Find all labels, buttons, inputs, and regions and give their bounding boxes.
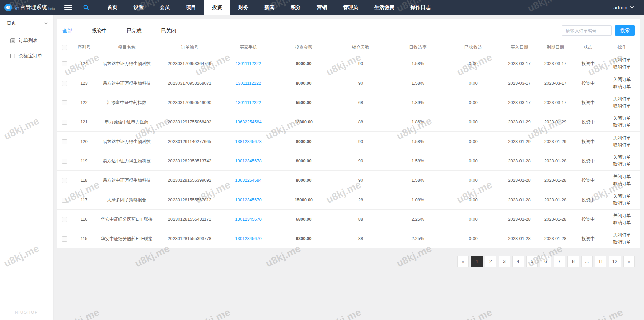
- close-order-link[interactable]: 关闭订单: [605, 115, 639, 122]
- cell-seq: 121: [72, 112, 96, 131]
- cancel-order-link[interactable]: 取消订单: [605, 200, 639, 207]
- nav-item[interactable]: 财务: [230, 0, 256, 15]
- cell-status: 投资中: [572, 73, 604, 93]
- row-checkbox[interactable]: [62, 61, 67, 66]
- cancel-order-link[interactable]: 取消订单: [605, 180, 639, 187]
- close-order-link[interactable]: 关闭订单: [605, 56, 639, 63]
- close-order-link[interactable]: 关闭订单: [605, 95, 639, 102]
- buyer-phone-link[interactable]: 13012345670: [235, 236, 262, 241]
- nav-item[interactable]: 设置: [126, 0, 152, 15]
- nav-item[interactable]: 首页: [99, 0, 126, 15]
- cell-amount: 8000.00: [275, 151, 332, 170]
- buyer-phone-link[interactable]: 13812345678: [235, 139, 262, 144]
- buyer-phone-link[interactable]: 13632254584: [235, 119, 262, 124]
- nav-item[interactable]: 积分: [283, 0, 309, 15]
- row-checkbox[interactable]: [62, 100, 67, 105]
- close-order-link[interactable]: 关闭订单: [605, 134, 639, 141]
- page-button[interactable]: 8: [567, 256, 579, 267]
- cell-project-name: 易方达中证万得生物科技: [96, 131, 158, 151]
- sidebar-item[interactable]: 余额宝订单: [0, 48, 53, 64]
- row-checkbox[interactable]: [62, 120, 67, 125]
- buyer-phone-link[interactable]: 13012345670: [235, 217, 262, 222]
- search-button[interactable]: 搜索: [615, 25, 635, 36]
- page-ellipsis[interactable]: ...: [581, 256, 593, 267]
- cell-earned: 0.00: [446, 73, 500, 93]
- table-row: 117大摩多因子策略混合2023012815555678121301234567…: [57, 190, 640, 209]
- page-button[interactable]: 6: [540, 256, 551, 267]
- nav-item[interactable]: 会员: [152, 0, 178, 15]
- select-all-checkbox[interactable]: [62, 45, 67, 50]
- buyer-phone-link[interactable]: 13632254584: [235, 178, 262, 183]
- page-button[interactable]: 5: [526, 256, 538, 267]
- close-order-link[interactable]: 关闭订单: [605, 154, 639, 161]
- main-content: 全部投资中已完成已关闭 搜索 序列号项目名称订单编号买家手机投资金额锁仓天数日收…: [53, 15, 644, 320]
- cell-status: 投资中: [572, 190, 604, 209]
- row-checkbox[interactable]: [62, 217, 67, 222]
- cancel-order-link[interactable]: 取消订单: [605, 63, 639, 70]
- order-search-input[interactable]: [562, 25, 612, 36]
- page-button[interactable]: 3: [499, 256, 510, 267]
- user-menu[interactable]: admin: [613, 0, 644, 15]
- cell-status: 投资中: [572, 229, 604, 248]
- cell-daily-rate: 2.25%: [389, 209, 446, 229]
- nav-item[interactable]: 生活缴费: [366, 0, 402, 15]
- cancel-order-link[interactable]: 取消订单: [605, 161, 639, 168]
- row-checkbox[interactable]: [62, 159, 67, 164]
- orders-table: 序列号项目名称订单编号买家手机投资金额锁仓天数日收益率已获收益买入日期到期日期状…: [57, 41, 640, 248]
- header-checkbox-cell: [57, 41, 72, 54]
- page-button[interactable]: 11: [595, 256, 607, 267]
- row-checkbox[interactable]: [62, 198, 67, 203]
- cancel-order-link[interactable]: 取消订单: [605, 122, 639, 129]
- row-checkbox[interactable]: [62, 178, 67, 183]
- page-button[interactable]: 12: [609, 256, 621, 267]
- nav-item[interactable]: 新闻: [256, 0, 283, 15]
- close-order-link[interactable]: 关闭订单: [605, 173, 639, 180]
- filter-tab[interactable]: 已关闭: [161, 28, 176, 34]
- cell-daily-rate: 2.25%: [389, 229, 446, 248]
- row-checkbox[interactable]: [62, 81, 67, 86]
- buyer-phone-link[interactable]: 13011112222: [236, 100, 261, 105]
- buyer-phone-link[interactable]: 13011112222: [236, 61, 261, 66]
- cancel-order-link[interactable]: 取消订单: [605, 141, 639, 148]
- cancel-order-link[interactable]: 取消订单: [605, 238, 639, 246]
- cell-actions: 关闭订单取消订单: [604, 131, 640, 151]
- search-icon[interactable]: [77, 0, 95, 15]
- nav-item[interactable]: 投资: [204, 0, 230, 15]
- filter-tab[interactable]: 投资中: [92, 28, 107, 34]
- nav-item[interactable]: 操作日志: [402, 0, 439, 15]
- row-checkbox[interactable]: [62, 236, 67, 242]
- cancel-order-link[interactable]: 取消订单: [605, 219, 639, 226]
- sidebar-module-select[interactable]: 首页: [0, 15, 53, 28]
- prev-page-button[interactable]: «: [457, 256, 469, 267]
- close-order-link[interactable]: 关闭订单: [605, 231, 639, 238]
- next-page-button[interactable]: »: [623, 256, 635, 267]
- cancel-order-link[interactable]: 取消订单: [605, 83, 639, 90]
- column-header: 买家手机: [221, 41, 275, 54]
- nav-item[interactable]: 营销: [309, 0, 335, 15]
- nav-item[interactable]: 管理员: [335, 0, 366, 15]
- page-button[interactable]: 7: [554, 256, 565, 267]
- orders-card: 全部投资中已完成已关闭 搜索 序列号项目名称订单编号买家手机投资金额锁仓天数日收…: [57, 19, 640, 248]
- buyer-phone-link[interactable]: 13012345670: [235, 197, 262, 202]
- row-checkbox-cell: [57, 151, 72, 170]
- cell-expire-date: 2023-03-17: [539, 93, 572, 112]
- buyer-phone-link[interactable]: 19012345678: [235, 158, 262, 163]
- cell-earned: 0.00: [446, 131, 500, 151]
- page-button[interactable]: 1: [471, 256, 483, 267]
- sidebar-item[interactable]: 订单列表: [0, 33, 53, 48]
- cell-phone: 13812345678: [221, 131, 275, 151]
- close-order-link[interactable]: 关闭订单: [605, 193, 639, 200]
- cancel-order-link[interactable]: 取消订单: [605, 102, 639, 109]
- row-checkbox[interactable]: [62, 139, 67, 144]
- filter-tab[interactable]: 已完成: [127, 28, 142, 34]
- page-button[interactable]: 4: [512, 256, 524, 267]
- page-button[interactable]: 2: [485, 256, 496, 267]
- nav-item[interactable]: 项目: [178, 0, 204, 15]
- close-order-link[interactable]: 关闭订单: [605, 212, 639, 219]
- close-order-link[interactable]: 关闭订单: [605, 76, 639, 83]
- cell-project-name: 易方达中证万得生物科技: [96, 151, 158, 170]
- hamburger-menu-icon[interactable]: [60, 0, 77, 15]
- cell-buy-date: 2023-01-28: [500, 151, 539, 170]
- filter-tab[interactable]: 全部: [62, 28, 72, 34]
- buyer-phone-link[interactable]: 13011112222: [236, 81, 261, 86]
